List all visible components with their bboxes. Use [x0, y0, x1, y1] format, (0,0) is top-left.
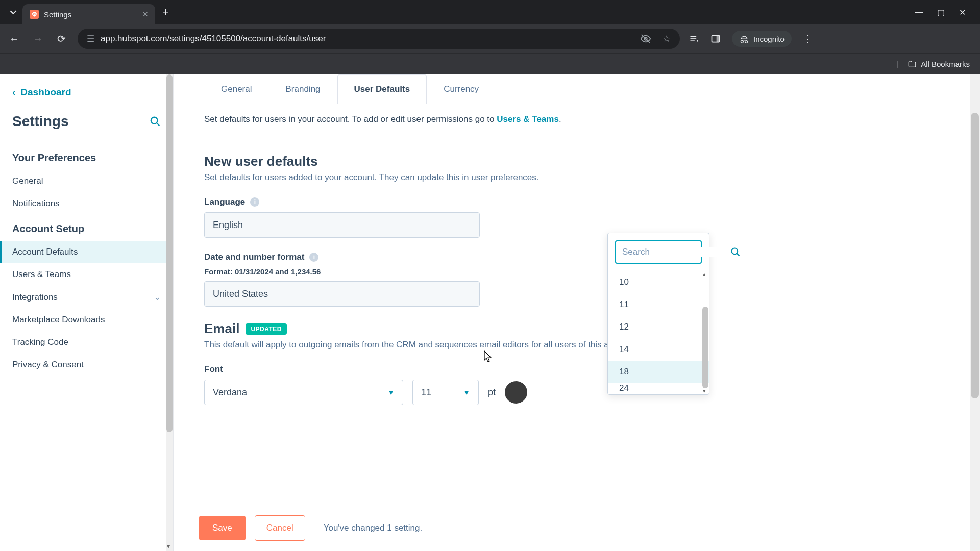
back-button[interactable]: ← [7, 33, 21, 45]
svg-rect-2 [691, 40, 695, 41]
font-label: Font [204, 364, 949, 374]
dropdown-option[interactable]: 14 [608, 338, 709, 361]
scroll-down-icon[interactable]: ▾ [167, 543, 170, 550]
sidebar-item-label: Integrations [12, 292, 58, 303]
svg-rect-4 [717, 35, 720, 42]
sidebar-item-marketplace[interactable]: Marketplace Downloads [0, 309, 173, 331]
browser-tab[interactable]: ⚙ Settings × [22, 4, 155, 24]
url-text: app.hubspot.com/settings/45105500/accoun… [101, 34, 326, 44]
tab-branding[interactable]: Branding [268, 74, 337, 104]
incognito-label: Incognito [753, 35, 785, 43]
font-color-swatch[interactable] [505, 381, 527, 404]
new-tab-button[interactable]: + [162, 6, 169, 19]
chevron-down-icon [10, 9, 17, 16]
scrollbar-thumb[interactable] [702, 307, 708, 388]
dropdown-option[interactable]: 24 [608, 383, 709, 392]
info-icon[interactable]: i [250, 197, 259, 207]
sidebar-item-label: General [12, 176, 43, 186]
address-bar[interactable]: ☰ app.hubspot.com/settings/45105500/acco… [78, 29, 680, 49]
browser-menu-icon[interactable]: ⋮ [803, 33, 812, 44]
sidebar-item-label: Account Defaults [12, 247, 78, 257]
dropdown-search[interactable] [615, 240, 702, 264]
size-value: 11 [421, 387, 431, 398]
dropdown-option[interactable]: 11 [608, 293, 709, 316]
sidebar-scrollbar[interactable]: ▴ ▾ [166, 74, 173, 551]
sidebar-item-integrations[interactable]: Integrations ⌄ [0, 286, 173, 309]
account-setup-heading: Account Setup [0, 215, 173, 241]
tab-title: Settings [44, 10, 137, 19]
sidebar-item-users-teams[interactable]: Users & Teams [0, 263, 173, 286]
date-label-text: Date and number format [204, 252, 304, 262]
email-title: Email [204, 321, 239, 337]
dropdown-option[interactable]: 10 [608, 271, 709, 293]
eye-off-icon[interactable] [640, 33, 651, 44]
sidebar-item-privacy[interactable]: Privacy & Consent [0, 354, 173, 376]
font-size-select[interactable]: 11 ▼ [412, 380, 479, 405]
scrollbar-thumb[interactable] [166, 74, 173, 432]
site-info-icon[interactable]: ☰ [87, 34, 94, 44]
sidebar-item-account-defaults[interactable]: Account Defaults [0, 241, 173, 263]
media-control-icon[interactable] [689, 34, 699, 44]
incognito-icon [739, 34, 749, 44]
tab-list-dropdown[interactable] [4, 3, 22, 21]
language-select[interactable]: English [204, 212, 480, 238]
search-icon [730, 247, 741, 257]
dashboard-label: Dashboard [20, 87, 71, 98]
main-area: General Branding User Defaults Currency … [174, 74, 980, 551]
sidebar-item-label: Tracking Code [12, 337, 68, 347]
pt-label: pt [488, 387, 496, 398]
date-format-label: Date and number format i [204, 252, 949, 262]
sidebar-item-label: Notifications [12, 198, 60, 209]
svg-point-7 [732, 248, 738, 255]
dropdown-scrollbar[interactable]: ▴ ▾ [702, 271, 709, 394]
side-panel-icon[interactable] [710, 34, 721, 44]
users-teams-link[interactable]: Users & Teams [497, 114, 559, 124]
bookmarks-bar: | All Bookmarks [0, 53, 980, 74]
forward-button[interactable]: → [31, 33, 45, 45]
sidebar-item-general[interactable]: General [0, 170, 173, 192]
scroll-down-icon[interactable]: ▾ [703, 388, 706, 394]
window-controls: — ▢ ✕ [915, 8, 976, 17]
incognito-badge[interactable]: Incognito [732, 31, 792, 47]
info-icon[interactable]: i [309, 253, 318, 262]
save-button[interactable]: Save [199, 516, 246, 540]
search-input[interactable] [622, 247, 730, 257]
maximize-button[interactable]: ▢ [937, 8, 945, 17]
dropdown-option[interactable]: 18 [608, 361, 709, 383]
date-value: United States [213, 289, 268, 299]
chevron-left-icon: ‹ [12, 87, 15, 98]
save-bar: Save Cancel You've changed 1 setting. [174, 505, 980, 551]
language-label-text: Language [204, 197, 245, 207]
svg-line-6 [157, 123, 160, 126]
toolbar: ← → ⟳ ☰ app.hubspot.com/settings/4510550… [0, 24, 980, 53]
main-scrollbar[interactable] [970, 74, 980, 551]
scrollbar-thumb[interactable] [971, 113, 979, 398]
cancel-button[interactable]: Cancel [255, 515, 305, 541]
reload-button[interactable]: ⟳ [54, 33, 68, 45]
language-value: English [213, 220, 243, 231]
font-family-select[interactable]: Verdana ▼ [204, 380, 403, 405]
email-desc: This default will apply to outgoing emai… [204, 340, 949, 350]
back-to-dashboard[interactable]: ‹ Dashboard [0, 87, 173, 108]
dropdown-option[interactable]: 12 [608, 316, 709, 338]
sidebar-item-notifications[interactable]: Notifications [0, 192, 173, 215]
date-format-select[interactable]: United States [204, 281, 480, 307]
font-row: Verdana ▼ 11 ▼ pt [204, 380, 949, 405]
divider [204, 139, 949, 139]
settings-title: Settings [12, 113, 68, 130]
sidebar-item-tracking-code[interactable]: Tracking Code [0, 331, 173, 354]
tab-user-defaults[interactable]: User Defaults [337, 74, 427, 104]
minimize-button[interactable]: — [915, 8, 923, 17]
format-hint: Format: 01/31/2024 and 1,234.56 [204, 267, 949, 276]
tab-general[interactable]: General [204, 74, 268, 104]
scroll-up-icon[interactable]: ▴ [703, 271, 706, 278]
email-section-header: Email UPDATED [204, 321, 949, 337]
app-content: ‹ Dashboard Settings Your Preferences Ge… [0, 74, 980, 551]
close-window-button[interactable]: ✕ [959, 8, 966, 17]
tab-currency[interactable]: Currency [427, 74, 496, 104]
all-bookmarks-button[interactable]: All Bookmarks [908, 60, 970, 69]
bookmark-star-icon[interactable]: ☆ [663, 33, 671, 44]
preferences-heading: Your Preferences [0, 144, 173, 170]
close-tab-icon[interactable]: × [142, 9, 148, 20]
search-icon[interactable] [150, 116, 161, 127]
